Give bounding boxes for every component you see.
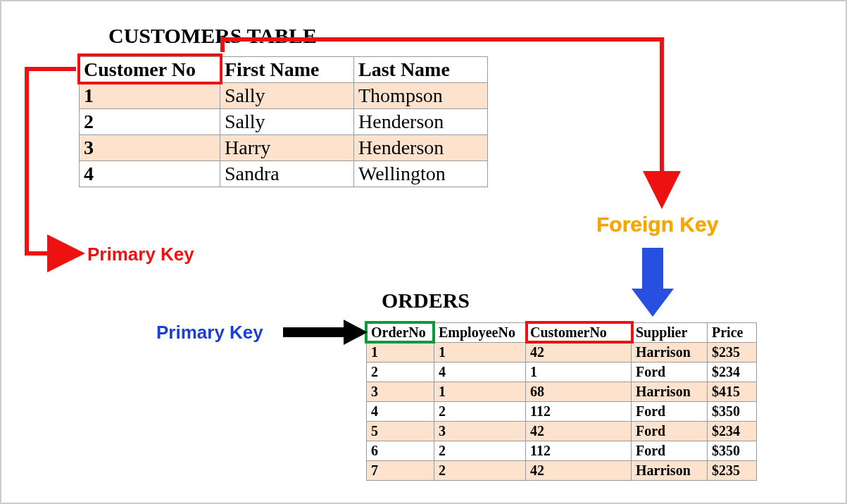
cell-employee-no: 1 bbox=[434, 343, 526, 363]
cell-customer-no: 112 bbox=[526, 441, 632, 461]
cell-customer-no: 4 bbox=[80, 161, 220, 187]
cell-price: $415 bbox=[708, 382, 757, 402]
cell-last-name: Thompson bbox=[354, 83, 488, 109]
cell-last-name: Henderson bbox=[354, 109, 488, 135]
table-row: 1 Sally Thompson bbox=[80, 83, 488, 109]
cell-order-no: 4 bbox=[367, 402, 434, 422]
cell-customer-no: 3 bbox=[80, 135, 220, 161]
svg-rect-2 bbox=[642, 248, 663, 290]
col-last-name: Last Name bbox=[354, 57, 488, 83]
table-header-row: Customer No First Name Last Name bbox=[80, 57, 488, 83]
cell-customer-no: 2 bbox=[80, 109, 220, 135]
cell-price: $350 bbox=[708, 402, 757, 422]
cell-employee-no: 2 bbox=[434, 402, 526, 422]
col-price: Price bbox=[708, 323, 757, 343]
cell-employee-no: 2 bbox=[434, 441, 526, 461]
cell-first-name: Sally bbox=[220, 109, 354, 135]
arrow-customer-pk bbox=[27, 69, 79, 253]
arrow-orders-pk bbox=[283, 320, 368, 345]
table-row: 4 Sandra Wellington bbox=[80, 161, 488, 187]
table-row: 2 Sally Henderson bbox=[80, 109, 488, 135]
cell-customer-no: 42 bbox=[526, 422, 632, 441]
cell-order-no: 3 bbox=[367, 382, 434, 402]
primary-key-label-orders: Primary Key bbox=[156, 322, 263, 344]
diagram-stage: CUSTOMERS TABLE ORDERS Customer No First… bbox=[0, 0, 847, 504]
foreign-key-label: Foreign Key bbox=[596, 213, 718, 237]
table-header-row: OrderNo EmployeeNo CustomerNo Supplier P… bbox=[367, 323, 757, 343]
cell-supplier: Ford bbox=[632, 422, 708, 441]
primary-key-label-customers: Primary Key bbox=[87, 244, 194, 265]
table-row: 4 2 112 Ford $350 bbox=[367, 402, 757, 422]
orders-title: ORDERS bbox=[382, 289, 470, 313]
col-customer-no: Customer No bbox=[80, 57, 220, 83]
cell-order-no: 7 bbox=[367, 461, 434, 481]
cell-price: $234 bbox=[708, 422, 757, 441]
cell-customer-no: 68 bbox=[526, 382, 632, 402]
cell-price: $235 bbox=[708, 461, 757, 481]
orders-table: OrderNo EmployeeNo CustomerNo Supplier P… bbox=[366, 322, 757, 481]
customers-title: CUSTOMERS TABLE bbox=[108, 24, 317, 48]
cell-customer-no: 42 bbox=[526, 461, 632, 481]
cell-first-name: Sally bbox=[220, 83, 354, 109]
table-row: 7 2 42 Harrison $235 bbox=[367, 461, 757, 481]
cell-order-no: 1 bbox=[367, 343, 434, 363]
customers-table: Customer No First Name Last Name 1 Sally… bbox=[79, 56, 488, 187]
col-order-no: OrderNo bbox=[367, 323, 434, 343]
arrow-foreign-key-down bbox=[632, 248, 674, 317]
cell-last-name: Wellington bbox=[354, 161, 488, 187]
cell-price: $350 bbox=[708, 441, 757, 461]
col-customer-no: CustomerNo bbox=[526, 323, 632, 343]
table-row: 3 Harry Henderson bbox=[80, 135, 488, 161]
svg-marker-1 bbox=[344, 320, 368, 345]
cell-employee-no: 4 bbox=[434, 363, 526, 382]
table-row: 3 1 68 Harrison $415 bbox=[367, 382, 757, 402]
svg-marker-3 bbox=[632, 289, 674, 317]
table-row: 5 3 42 Ford $234 bbox=[367, 422, 757, 441]
col-employee-no: EmployeeNo bbox=[434, 323, 526, 343]
cell-employee-no: 3 bbox=[434, 422, 526, 441]
table-row: 6 2 112 Ford $350 bbox=[367, 441, 757, 461]
cell-customer-no: 112 bbox=[526, 402, 632, 422]
cell-price: $235 bbox=[708, 343, 757, 363]
cell-order-no: 5 bbox=[367, 422, 434, 441]
cell-supplier: Ford bbox=[632, 363, 708, 382]
cell-supplier: Ford bbox=[632, 402, 708, 422]
cell-order-no: 2 bbox=[367, 363, 434, 382]
cell-first-name: Harry bbox=[220, 135, 354, 161]
cell-supplier: Harrison bbox=[632, 382, 708, 402]
cell-customer-no: 42 bbox=[526, 343, 632, 363]
table-row: 2 4 1 Ford $234 bbox=[367, 363, 757, 382]
cell-price: $234 bbox=[708, 363, 757, 382]
table-row: 1 1 42 Harrison $235 bbox=[367, 343, 757, 363]
cell-employee-no: 2 bbox=[434, 461, 526, 481]
cell-supplier: Harrison bbox=[632, 343, 708, 363]
cell-customer-no: 1 bbox=[526, 363, 632, 382]
cell-last-name: Henderson bbox=[354, 135, 488, 161]
col-supplier: Supplier bbox=[632, 323, 708, 343]
cell-supplier: Harrison bbox=[632, 461, 708, 481]
cell-supplier: Ford bbox=[632, 441, 708, 461]
cell-order-no: 6 bbox=[367, 441, 434, 461]
col-first-name: First Name bbox=[220, 57, 354, 83]
cell-customer-no: 1 bbox=[80, 83, 220, 109]
cell-employee-no: 1 bbox=[434, 382, 526, 402]
cell-first-name: Sandra bbox=[220, 161, 354, 187]
